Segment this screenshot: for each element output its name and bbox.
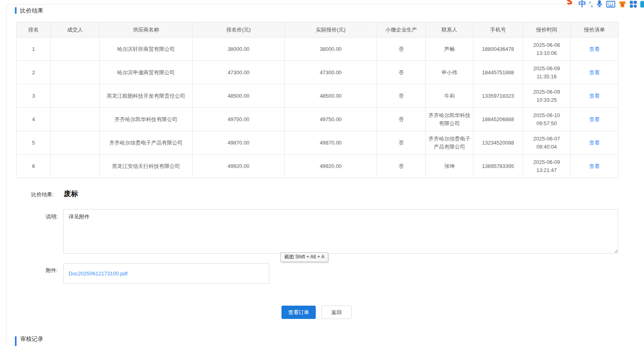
cell-micro: 否: [377, 108, 426, 131]
cell-phone: 18845206888: [473, 108, 523, 131]
skin-icon[interactable]: [618, 0, 627, 8]
col-header-contact: 联系人: [426, 22, 473, 38]
cell-quote-list: 查看: [571, 61, 619, 84]
sogou-logo-icon[interactable]: [564, 0, 576, 8]
note-textarea[interactable]: 详见附件: [63, 209, 618, 254]
cell-quote-time: 2025-06-0911:35:16: [523, 61, 571, 84]
cell-quote-list: 查看: [571, 84, 619, 108]
view-quote-link[interactable]: 查看: [589, 93, 600, 99]
cell-quote-time: 2025-06-0613:10:06: [523, 38, 571, 61]
quote-time: 13:10:06: [525, 49, 568, 57]
col-header-actual-price: 实际报价(元): [285, 22, 377, 38]
cell-supplier: 哈尔滨轩辞商贸有限公司: [100, 38, 193, 61]
cell-rank-price: 48500.00: [193, 84, 285, 108]
cell-phone: 13359718323: [473, 84, 523, 108]
cell-phone: 18800436478: [473, 38, 523, 61]
cell-quote-list: 查看: [571, 108, 619, 131]
cell-winner: [51, 108, 100, 131]
action-buttons: 查看订单 返回: [281, 306, 352, 319]
table-row: 6 黑龙江安信天行科技有限公司 49920.00 49920.00 否 张坤 1…: [17, 155, 619, 178]
cell-actual-price: 49870.00: [285, 131, 377, 155]
quote-time: 13:21:47: [525, 166, 568, 174]
cell-actual-price: 38000.00: [285, 38, 377, 61]
cell-rank: 3: [17, 84, 51, 108]
view-quote-link[interactable]: 查看: [589, 46, 600, 52]
cell-micro: 否: [377, 155, 426, 178]
table-row: 3 黑龙江权朗科技开发有限责任公司 48500.00 48500.00 否 牛莉…: [17, 84, 619, 108]
cell-winner: [51, 131, 100, 155]
punctuation-icon[interactable]: ’,: [589, 0, 593, 8]
toolbox-grid-icon[interactable]: [629, 0, 637, 8]
ime-toolbar: 中 ’,: [564, 0, 643, 8]
table-row: 2 哈尔滨申傲商贸有限公司 47300.00 47300.00 否 申小伟 18…: [17, 61, 619, 84]
col-header-winner: 成交人: [51, 22, 100, 38]
cell-rank: 2: [17, 61, 51, 84]
cell-actual-price: 49920.00: [285, 155, 377, 178]
cell-contact: 牛莉: [426, 84, 473, 108]
keyboard-icon[interactable]: [606, 0, 615, 8]
cell-winner: [51, 61, 100, 84]
cell-micro: 否: [377, 61, 426, 84]
cell-contact: 齐齐哈尔凯华科技有限公司: [426, 108, 473, 131]
table-row: 4 齐齐哈尔凯华科技有限公司 49750.00 49750.00 否 齐齐哈尔凯…: [17, 108, 619, 131]
cell-supplier: 黑龙江安信天行科技有限公司: [100, 155, 193, 178]
partial-edge-icon[interactable]: [640, 0, 644, 8]
attachment-box: Doc20250612173100.pdf: [63, 263, 269, 284]
cell-rank-price: 49920.00: [193, 155, 285, 178]
cell-rank: 4: [17, 108, 51, 131]
cell-rank: 1: [17, 38, 51, 61]
col-header-micro-enterprise: 小微企业生产: [377, 22, 426, 38]
col-header-rank: 排名: [17, 22, 51, 38]
cell-supplier: 齐齐哈尔凯华科技有限公司: [100, 108, 193, 131]
quote-date: 2025-06-09: [525, 65, 568, 73]
cell-micro: 否: [377, 84, 426, 108]
quote-date: 2025-06-09: [525, 158, 568, 166]
view-order-button[interactable]: 查看订单: [281, 306, 316, 319]
quote-time: 09:57:50: [525, 120, 568, 128]
cell-quote-list: 查看: [571, 155, 619, 178]
cell-phone: 13234520088: [473, 131, 523, 155]
view-quote-link[interactable]: 查看: [589, 163, 600, 169]
quote-date: 2025-06-10: [525, 111, 568, 120]
col-header-quote-list: 报价清单: [571, 22, 619, 38]
col-header-quote-time: 报价时间: [523, 22, 571, 38]
col-header-phone: 手机号: [473, 22, 523, 38]
view-quote-link[interactable]: 查看: [589, 69, 600, 75]
cell-quote-time: 2025-06-1009:57:50: [523, 108, 571, 131]
cell-contact: 申小伟: [426, 61, 473, 84]
cell-actual-price: 48500.00: [285, 84, 377, 108]
view-quote-link[interactable]: 查看: [589, 140, 600, 146]
section-accent-bar: [15, 336, 17, 346]
cell-phone: 13895783395: [473, 155, 523, 178]
cell-rank-price: 49750.00: [193, 108, 285, 131]
cell-supplier: 哈尔滨申傲商贸有限公司: [100, 61, 193, 84]
quote-date: 2025-06-06: [525, 41, 568, 49]
quote-date: 2025-06-07: [525, 135, 568, 143]
cell-contact: 齐齐哈尔信赉电子产品有限公司: [426, 131, 473, 155]
section-accent-bar: [15, 7, 17, 14]
cell-micro: 否: [377, 38, 426, 61]
cell-rank: 5: [17, 131, 51, 155]
cell-supplier: 黑龙江权朗科技开发有限责任公司: [100, 84, 193, 108]
col-header-supplier: 供应商名称: [100, 22, 193, 38]
cell-actual-price: 49750.00: [285, 108, 377, 131]
quote-time: 11:35:16: [525, 73, 568, 81]
view-quote-link[interactable]: 查看: [589, 116, 600, 122]
table-row: 1 哈尔滨轩辞商贸有限公司 38000.00 38000.00 否 芦畅 188…: [17, 38, 619, 61]
cell-supplier: 齐齐哈尔信赉电子产品有限公司: [100, 131, 193, 155]
cell-actual-price: 47300.00: [285, 61, 377, 84]
price-comparison-table: 排名 成交人 供应商名称 排名价(元) 实际报价(元) 小微企业生产 联系人 手…: [16, 22, 619, 178]
cell-contact: 芦畅: [426, 38, 473, 61]
quote-date: 2025-06-09: [525, 88, 568, 96]
back-button[interactable]: 返回: [321, 306, 352, 319]
attachment-label: 附件:: [36, 267, 58, 274]
cell-quote-list: 查看: [571, 131, 619, 155]
audit-record-section-title: 审核记录: [20, 336, 44, 343]
cell-rank-price: 49870.00: [193, 131, 285, 155]
table-row: 5 齐齐哈尔信赉电子产品有限公司 49870.00 49870.00 否 齐齐哈…: [17, 131, 619, 155]
cell-micro: 否: [377, 131, 426, 155]
attachment-file-link[interactable]: Doc20250612173100.pdf: [69, 271, 127, 277]
microphone-icon[interactable]: [596, 0, 603, 8]
cell-winner: [51, 155, 100, 178]
chinese-mode-icon[interactable]: 中: [579, 0, 586, 8]
